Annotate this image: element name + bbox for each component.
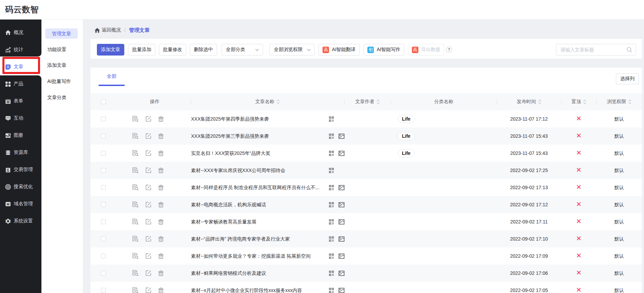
image-icon[interactable]: [339, 236, 344, 242]
pin-no-icon[interactable]: [577, 288, 581, 293]
edit-icon[interactable]: [145, 219, 151, 225]
edit-icon[interactable]: [145, 236, 151, 242]
sidebar-item-10[interactable]: 搜索优化: [0, 178, 41, 195]
batch-edit-button[interactable]: 批量修改: [159, 44, 186, 56]
image-icon[interactable]: [339, 202, 344, 207]
pin-no-icon[interactable]: [577, 150, 581, 156]
qr-code-icon[interactable]: [329, 151, 334, 156]
row-checkbox[interactable]: [101, 117, 106, 121]
qr-code-icon[interactable]: [329, 271, 334, 276]
qr-code-icon[interactable]: [329, 219, 334, 224]
search-icon[interactable]: [627, 47, 632, 53]
image-icon[interactable]: [339, 254, 344, 259]
image-icon[interactable]: [339, 151, 344, 156]
delete-icon[interactable]: [158, 150, 164, 156]
submenu-item-1[interactable]: 管理文章: [45, 28, 78, 39]
sidebar-item-4[interactable]: 产品: [0, 75, 41, 93]
article-title[interactable]: 素材--如何带动更多就业？专家：挖掘新渠道 拓展新空间: [191, 247, 311, 265]
export-data-button[interactable]: 高 导出数据: [408, 44, 444, 56]
pin-no-icon[interactable]: [577, 270, 581, 276]
preview-icon[interactable]: [132, 150, 139, 156]
article-title[interactable]: 素材--电商概念活跃，机构乐观喊话: [191, 196, 266, 213]
preview-icon[interactable]: [132, 133, 139, 139]
row-checkbox[interactable]: [101, 151, 106, 156]
row-checkbox[interactable]: [101, 168, 106, 173]
submenu-item-3[interactable]: 添加文章: [41, 60, 83, 70]
submenu-item-5[interactable]: 文章分类: [41, 92, 83, 102]
column-header-7[interactable]: 浏览权限: [589, 93, 642, 110]
pin-no-icon[interactable]: [577, 168, 581, 173]
delete-icon[interactable]: [158, 219, 164, 225]
delete-icon[interactable]: [158, 236, 164, 242]
breadcrumb-back-link[interactable]: 返回概况: [102, 27, 121, 33]
sidebar-item-6[interactable]: 互动: [0, 110, 41, 127]
sort-icon[interactable]: [538, 99, 541, 104]
row-checkbox[interactable]: [101, 134, 106, 138]
edit-icon[interactable]: [145, 202, 151, 208]
delete-icon[interactable]: [158, 184, 164, 191]
edit-icon[interactable]: [145, 253, 151, 259]
article-title[interactable]: 素材--x月起对中小微企业实行阶段性xxx服务xxx内容: [191, 282, 302, 293]
sidebar-item-8[interactable]: 资源库: [0, 144, 41, 161]
sort-icon[interactable]: [277, 99, 280, 104]
preview-icon[interactable]: [132, 253, 139, 259]
pin-no-icon[interactable]: [577, 202, 581, 207]
qr-code-icon[interactable]: [329, 185, 334, 190]
preview-icon[interactable]: [132, 287, 139, 293]
pin-no-icon[interactable]: [577, 253, 581, 259]
choose-columns-button[interactable]: 选择列: [616, 73, 639, 84]
edit-icon[interactable]: [145, 133, 151, 139]
preview-icon[interactable]: [132, 202, 139, 208]
sidebar-item-12[interactable]: 系统设置: [0, 212, 41, 230]
image-icon[interactable]: [339, 271, 344, 276]
image-icon[interactable]: [339, 288, 344, 293]
preview-icon[interactable]: [132, 116, 139, 122]
pin-no-icon[interactable]: [577, 133, 581, 139]
edit-icon[interactable]: [145, 150, 151, 156]
qr-code-icon[interactable]: [329, 202, 334, 207]
sidebar-item-2[interactable]: 统计: [0, 41, 41, 58]
image-icon[interactable]: [339, 134, 344, 139]
pin-no-icon[interactable]: [577, 116, 581, 122]
sort-icon[interactable]: [583, 99, 586, 104]
pin-no-icon[interactable]: [577, 236, 581, 242]
pin-no-icon[interactable]: [577, 219, 581, 224]
edit-icon[interactable]: [145, 116, 151, 122]
sidebar-item-7[interactable]: 图册: [0, 127, 41, 144]
ai-translate-button[interactable]: 高 AI智能翻译: [318, 44, 360, 56]
row-checkbox[interactable]: [101, 254, 106, 258]
preview-icon[interactable]: [132, 184, 139, 191]
add-article-button[interactable]: 添加文章: [97, 44, 124, 56]
row-checkbox[interactable]: [101, 185, 106, 190]
article-title[interactable]: 素材--XXX专家出席庆祝XXX公司周年招待会: [191, 162, 285, 179]
image-icon[interactable]: [339, 219, 344, 224]
qr-code-icon[interactable]: [329, 168, 334, 173]
column-header-3[interactable]: 文章作者: [337, 93, 398, 110]
delete-icon[interactable]: [158, 167, 164, 173]
article-title[interactable]: XXX集团2025年第三季新品强势来袭: [191, 127, 269, 145]
delete-icon[interactable]: [158, 202, 164, 208]
help-icon[interactable]: ?: [446, 46, 452, 53]
sidebar-item-9[interactable]: 交易管理: [0, 161, 41, 178]
ai-write-button[interactable]: 初 AI智能写作: [364, 44, 404, 56]
submenu-item-2[interactable]: 功能设置: [41, 44, 83, 54]
preview-icon[interactable]: [132, 270, 139, 276]
article-title[interactable]: 实至名归！XXX荣获2025年“品牌大奖: [191, 145, 270, 162]
sidebar-item-11[interactable]: w域名管理: [0, 195, 41, 212]
column-header-2[interactable]: 文章名称: [237, 93, 298, 110]
qr-code-icon[interactable]: [329, 117, 334, 122]
preview-icon[interactable]: [132, 167, 139, 173]
tab-all[interactable]: 全部: [99, 69, 125, 83]
qr-code-icon[interactable]: [329, 288, 334, 293]
article-title[interactable]: 素材--同样是程序员 制造业程序员和互联网程序员有什么不...: [191, 179, 319, 196]
search-input[interactable]: [560, 47, 627, 52]
row-checkbox[interactable]: [101, 219, 106, 224]
edit-icon[interactable]: [145, 270, 151, 276]
edit-icon[interactable]: [145, 184, 151, 191]
edit-icon[interactable]: [145, 287, 151, 293]
qr-code-icon[interactable]: [329, 134, 334, 139]
row-checkbox[interactable]: [101, 202, 106, 207]
sort-icon[interactable]: [628, 99, 631, 104]
delete-icon[interactable]: [158, 116, 164, 122]
row-checkbox[interactable]: [101, 236, 106, 241]
